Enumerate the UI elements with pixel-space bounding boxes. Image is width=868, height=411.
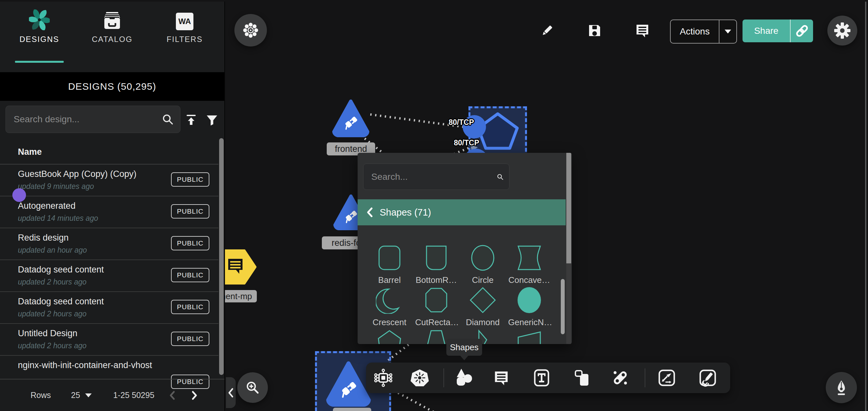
- chevron-left-icon: [365, 207, 374, 218]
- shape-item-genericnode[interactable]: GenericN…: [508, 286, 550, 327]
- pencil-tool-button[interactable]: [697, 368, 718, 388]
- catalog-archive-icon: [102, 7, 122, 30]
- design-search-box: [5, 106, 180, 133]
- design-row[interactable]: nginx-with-init-container-and-vhost PUBL…: [0, 355, 218, 379]
- flower-icon: [242, 22, 259, 39]
- visibility-badge: PUBLIC: [171, 204, 209, 218]
- previous-page-button[interactable]: [168, 390, 177, 401]
- design-row[interactable]: GuestBook App (Copy) (Copy) updated 9 mi…: [0, 164, 218, 196]
- design-mode-button[interactable]: [826, 372, 857, 403]
- tab-designs-label: DESIGNS: [20, 35, 59, 44]
- actions-dropdown-toggle[interactable]: [719, 30, 736, 33]
- comment-tool-button[interactable]: [491, 368, 512, 388]
- pen-nib-icon: [833, 379, 850, 396]
- rows-per-page-caret-icon[interactable]: [85, 393, 92, 397]
- sidebar: DESIGNS CATALOG WA FILTERS: [0, 2, 225, 411]
- comment-button[interactable]: [632, 20, 653, 41]
- rows-per-page-select[interactable]: 25: [71, 390, 80, 400]
- zoom-in-icon: [245, 380, 260, 395]
- gear-icon: [834, 22, 851, 39]
- shape-item-crescent[interactable]: Crescent: [368, 286, 411, 327]
- list-header-row: Name: [0, 140, 218, 165]
- edge-label: 80/TCP: [454, 139, 479, 147]
- settings-button[interactable]: [827, 16, 857, 46]
- name-column-header: Name: [18, 147, 42, 157]
- text-tool-button[interactable]: [531, 368, 552, 388]
- tab-designs[interactable]: DESIGNS: [5, 7, 73, 44]
- shapes-panel: Shapes (71) Barrel BottomR… Circle Conca…: [358, 153, 572, 344]
- designs-count-header: DESIGNS (50,295): [0, 72, 224, 101]
- tab-filters-label: FILTERS: [167, 35, 203, 44]
- toolbar-divider: [645, 369, 645, 387]
- design-row[interactable]: Datadog seed content updated 2 hours ago…: [0, 291, 218, 324]
- tooltip-caret: [460, 355, 469, 360]
- shape-item-diamond[interactable]: Diamond: [462, 286, 504, 327]
- shapes-icon: [454, 368, 474, 388]
- funnel-icon: [205, 113, 219, 127]
- kubernetes-tool-button[interactable]: [409, 368, 430, 388]
- active-tab-indicator: [15, 61, 64, 63]
- panel-scrollbar-track: [566, 263, 571, 344]
- sidebar-collapse-button[interactable]: [226, 377, 236, 408]
- link-icon: [795, 24, 809, 38]
- shape-item-bottomround[interactable]: BottomR…: [415, 244, 457, 285]
- chevron-left-icon: [227, 388, 234, 398]
- frame-tool-button[interactable]: [571, 368, 592, 388]
- design-row[interactable]: Datadog seed content updated 2 hours ago…: [0, 260, 218, 292]
- design-search-input[interactable]: [6, 114, 161, 124]
- chevron-down-icon: [725, 30, 731, 33]
- panel-scrollbar-thumb[interactable]: [566, 153, 571, 263]
- shape-item-barrel[interactable]: Barrel: [368, 244, 411, 285]
- tab-catalog[interactable]: CATALOG: [78, 7, 146, 44]
- copy-link-button[interactable]: [790, 24, 813, 38]
- node-frontend[interactable]: [331, 99, 370, 138]
- design-row[interactable]: Redis design updated an hour ago PUBLIC: [0, 228, 218, 260]
- chain-tool-button[interactable]: [610, 368, 631, 388]
- window-scrollbar[interactable]: [865, 2, 866, 411]
- shapes-tooltip: Shapes: [446, 339, 482, 356]
- visibility-badge: PUBLIC: [171, 332, 209, 346]
- share-split-button[interactable]: Share: [743, 20, 813, 42]
- visibility-badge: PUBLIC: [171, 300, 209, 314]
- node-label-clipped: [333, 408, 371, 411]
- shape-item-circle[interactable]: Circle: [462, 244, 504, 285]
- node-annotation-yellow[interactable]: [225, 248, 257, 286]
- frame-icon: [573, 369, 591, 387]
- shapes-search-input[interactable]: [364, 172, 496, 182]
- visibility-badge: PUBLIC: [171, 236, 209, 251]
- save-button[interactable]: [584, 20, 605, 41]
- components-tool-button[interactable]: [373, 368, 394, 388]
- design-canvas[interactable]: Actions Share: [225, 2, 868, 411]
- visibility-badge: PUBLIC: [171, 268, 209, 282]
- design-row[interactable]: Autogenerated updated 14 minutes ago PUB…: [0, 196, 218, 228]
- comment-icon: [634, 23, 650, 38]
- shape-item-partial[interactable]: [368, 328, 411, 344]
- import-design-button[interactable]: [183, 112, 199, 128]
- shapes-tool-button[interactable]: [454, 368, 474, 388]
- edit-button[interactable]: [537, 20, 558, 41]
- pagination-bar: Rows 25 1-25 50295: [0, 379, 224, 411]
- node-selected-triangle[interactable]: [324, 361, 373, 407]
- tab-filters[interactable]: WA FILTERS: [151, 7, 219, 44]
- shape-item-cutrectangle[interactable]: CutRecta…: [415, 286, 457, 327]
- next-page-button[interactable]: [190, 390, 198, 401]
- visibility-badge: PUBLIC: [171, 172, 209, 187]
- sidebar-scrollbar-thumb[interactable]: [219, 138, 224, 375]
- design-row[interactable]: Untitled Design updated 2 hours ago PUBL…: [0, 323, 218, 356]
- pen-arrow-tool-button[interactable]: [656, 368, 677, 388]
- actions-split-button[interactable]: Actions: [670, 20, 737, 43]
- zoom-in-button[interactable]: [237, 372, 268, 403]
- filter-designs-button[interactable]: [204, 112, 220, 128]
- grid-scrollbar-thumb[interactable]: [561, 279, 565, 334]
- shapes-category-header[interactable]: Shapes (71): [358, 199, 566, 225]
- canvas-apps-button[interactable]: [235, 14, 267, 47]
- shape-item-concave[interactable]: Concave…: [508, 244, 550, 285]
- meshery-spiral-icon: [29, 7, 50, 30]
- shapes-category-title: Shapes (71): [380, 207, 431, 218]
- shape-item-partial[interactable]: [508, 328, 550, 344]
- pen-arrow-icon: [658, 369, 676, 387]
- shapes-search-box: [363, 164, 509, 190]
- chip-icon: [374, 369, 393, 387]
- avatar-dot: [12, 188, 26, 202]
- comment-icon: [493, 370, 510, 386]
